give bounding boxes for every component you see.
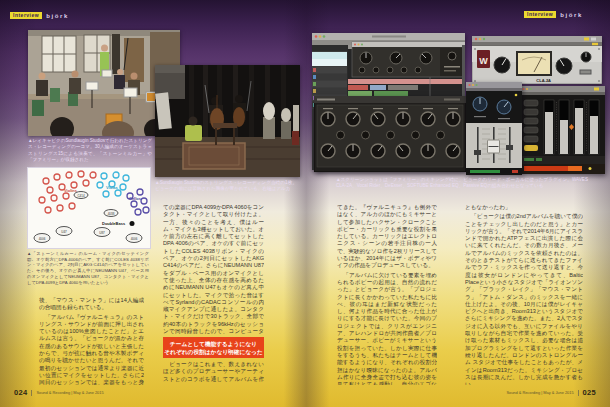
deesser-plugin-window [520, 86, 605, 174]
body-paragraph: 「ビョークは僕の2ndアルバムを聴いて僕のことをチェックし出したのだと思う」とカ… [465, 213, 583, 385]
mic-setup-diagram: Violins Violas Cellos DoubleBass C414 40… [27, 167, 151, 249]
doublebass-label: DoubleBass [102, 221, 126, 226]
photo2-caption: ▲Sundlaugin Studiosのストリングス・レコーディング当時の1枚。… [155, 180, 297, 193]
interview-tag: Interview [10, 12, 42, 19]
artist-name: björk [46, 13, 69, 19]
mic-label: U47 [61, 230, 67, 234]
mic-label: 4006 [39, 237, 46, 241]
mic-label: C414 [77, 194, 85, 198]
cla2a-plugin-window: W CLA-2A [472, 36, 602, 84]
body-paragraph: 「アルバム『ヴァルニキュラ』のストリングス・サウンドが前面に押し出されているのは… [39, 314, 144, 385]
footer-divider [578, 390, 579, 396]
body-paragraph: てきた。『ヴァルニキュラ』も例外ではなく、アルカのほかにもミキサーとして参加した… [337, 204, 437, 270]
photo1-caption: ▲レイキャビクのSundlaugin Studiosで行われたストリングス・レコ… [28, 138, 152, 163]
cla2a-illustration: W CLA-2A [472, 36, 602, 84]
passive-eq-illustration [314, 96, 466, 172]
cellos-circles [127, 189, 149, 215]
vocal-rider-plugin-window [466, 82, 522, 175]
pull-quote-box: チームとして機能するようになり それぞれの役割はかなり明確になった [163, 337, 264, 358]
mic-label: 4006 [131, 237, 138, 241]
pull-quote-line2: それぞれの役割はかなり明確になった [163, 348, 264, 356]
waves-logo: W [479, 56, 488, 66]
right-page-tag: Interview björk [524, 11, 583, 18]
body-paragraph: ビョークはこれまで、数えきれないほど多くのプロデューサーやアーティストとのコラボ… [163, 361, 264, 383]
violas-label: Violas [106, 185, 118, 190]
magazine-credit: Sound & Recording | May & June 2015 [36, 390, 103, 395]
enhanced-eq-plugin [352, 42, 465, 77]
magazine-spread: Interview björk Interview björk [0, 0, 610, 407]
mic-ovals: C414 4038 4006 U47 U87 4006 [34, 192, 142, 243]
cellos-label: Cellos [129, 196, 142, 201]
right-page-footer: Sound & Recording | May & June 2015 025 [506, 388, 596, 397]
diagram-caption: ▲「ストーンミルカー」のルーム・マイクのセッティング図。オケ前方にDPA 400… [27, 251, 149, 285]
footer-divider [31, 390, 32, 396]
left-page-tag: Interview björk [10, 12, 69, 19]
right-page-column-2: ともなかったわ」 「ビョークは僕の2ndアルバムを聴いて僕のことをチェックし出し… [465, 204, 583, 385]
mic-label: U87 [99, 231, 105, 235]
vocal-rider-illustration [466, 82, 522, 175]
photo-dark-studio [155, 65, 300, 177]
plugin-screenshot-caption: ▲スクリーンショットは「ファミリー」のミキシング時に、ビョークのリード・ボーカル… [336, 177, 588, 190]
left-page-column-2: ての楽器にDPA 4099かDPA 4060をコンタクト・マイクとして取り付けた… [163, 204, 264, 334]
page-number: 024 [14, 388, 27, 397]
left-page-column-1: 後、「マウス・マントラ」には14人編成の合唱団も録られている。 「アルバム『ヴァ… [39, 297, 144, 385]
pull-quote-line1: チームとして機能するようになり [163, 340, 264, 348]
photo-dark-studio-illustration [155, 65, 300, 177]
body-paragraph: ての楽器にDPA 4099かDPA 4060をコンタクト・マイクとして取り付けた… [163, 204, 264, 334]
body-paragraph: ともなかったわ」 [465, 204, 583, 211]
page-number: 025 [583, 388, 596, 397]
magazine-credit: Sound & Recording | May & June 2015 [506, 390, 573, 395]
interview-tag: Interview [524, 11, 556, 18]
left-page-footer: 024 Sound & Recording | May & June 2015 [14, 388, 104, 397]
artist-name: björk [560, 12, 583, 18]
left-page-column-2-after: ビョークはこれまで、数えきれないほど多くのプロデューサーやアーティストとのコラボ… [163, 361, 264, 383]
mic-setup-diagram-illustration: Violins Violas Cellos DoubleBass C414 40… [28, 168, 150, 248]
deesser-illustration [520, 86, 605, 174]
cla2a-label: CLA-2A [536, 78, 551, 83]
passive-eq-plugin-window [314, 96, 466, 172]
mic-label: 4038 [108, 212, 115, 216]
right-page-column-1: てきた。『ヴァルニキュラ』も例外ではなく、アルカのほかにもミキサーとして参加した… [337, 204, 437, 385]
body-paragraph: 「アルバムに欠けている要素を埋められるボビーの起用は、自然の流れだった」とビョー… [337, 272, 437, 385]
body-paragraph: 後、「マウス・マントラ」には14人編成の合唱団も録られている。 [39, 297, 144, 312]
